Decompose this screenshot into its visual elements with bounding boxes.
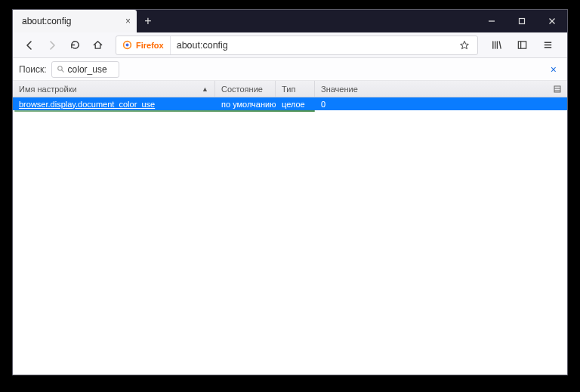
- annotation-underline: [14, 110, 315, 112]
- column-value[interactable]: Значение: [315, 81, 548, 97]
- sidebar-button[interactable]: [511, 35, 532, 56]
- titlebar: about:config × +: [13, 10, 567, 32]
- url-bar[interactable]: Firefox about:config: [116, 35, 478, 55]
- svg-rect-13: [554, 86, 560, 92]
- column-name[interactable]: Имя настройки ▲: [13, 81, 215, 97]
- pref-name: browser.display.document_color_use: [13, 100, 215, 109]
- table-header: Имя настройки ▲ Состояние Тип Значение: [13, 81, 567, 97]
- identity-box[interactable]: Firefox: [116, 36, 171, 54]
- column-picker-button[interactable]: [548, 81, 567, 97]
- search-label: Поиск:: [19, 64, 47, 75]
- search-value: color_use: [68, 64, 107, 75]
- sort-asc-icon: ▲: [202, 85, 208, 93]
- close-window-button[interactable]: [537, 10, 567, 32]
- svg-rect-1: [520, 19, 525, 24]
- pref-value: 0: [315, 100, 567, 109]
- new-tab-button[interactable]: +: [137, 10, 159, 32]
- nav-toolbar: Firefox about:config: [13, 32, 567, 58]
- home-button[interactable]: [87, 35, 108, 56]
- maximize-button[interactable]: [507, 10, 537, 32]
- svg-point-5: [126, 44, 129, 47]
- clear-search-button[interactable]: ×: [546, 63, 561, 76]
- config-search-row: Поиск: color_use ×: [13, 58, 567, 81]
- close-tab-icon[interactable]: ×: [125, 16, 131, 26]
- firefox-icon: [122, 40, 132, 50]
- reload-button[interactable]: [64, 35, 85, 56]
- bookmark-star-icon[interactable]: [452, 40, 477, 51]
- menu-button[interactable]: [537, 35, 558, 56]
- svg-line-12: [61, 70, 63, 72]
- tab-title: about:config: [22, 16, 121, 26]
- svg-point-11: [57, 66, 62, 71]
- column-state[interactable]: Состояние: [215, 81, 276, 97]
- back-button[interactable]: [19, 35, 40, 56]
- identity-label: Firefox: [136, 41, 164, 50]
- table-body: browser.display.document_color_use по ум…: [13, 97, 567, 375]
- table-row[interactable]: browser.display.document_color_use по ум…: [13, 97, 567, 110]
- url-text: about:config: [171, 40, 452, 51]
- library-button[interactable]: [486, 35, 507, 56]
- pref-state: по умолчанию: [215, 100, 276, 109]
- browser-window: about:config × +: [12, 9, 568, 375]
- forward-button[interactable]: [42, 35, 63, 56]
- pref-type: целое: [276, 100, 315, 109]
- svg-rect-6: [518, 42, 526, 48]
- minimize-button[interactable]: [477, 10, 507, 32]
- tab-active[interactable]: about:config ×: [13, 10, 137, 32]
- search-icon: [57, 65, 65, 73]
- column-type[interactable]: Тип: [276, 81, 315, 97]
- search-input[interactable]: color_use: [51, 61, 119, 78]
